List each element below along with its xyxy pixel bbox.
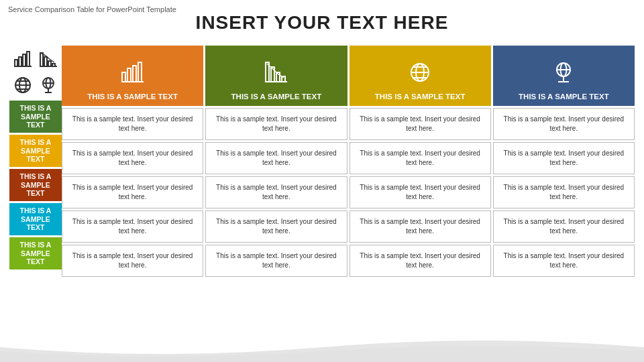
svg-rect-21: [127, 68, 131, 82]
col-header-1: THIS IS A SAMPLE TEXT: [62, 46, 203, 106]
cell-1-1: This is a sample text. Insert your desir…: [62, 108, 203, 140]
row-labels: THIS IS A SAMPLE TEXT THIS IS A SAMPLE T…: [9, 101, 62, 269]
col4-header-text: THIS IS A SAMPLE TEXT: [519, 93, 609, 102]
top-icons: [11, 46, 60, 97]
cell-3-2: This is a sample text. Insert your desir…: [205, 176, 347, 208]
data-row-1: This is a sample text. Insert your desir…: [62, 108, 635, 140]
svg-rect-3: [27, 52, 30, 66]
svg-rect-22: [133, 66, 136, 82]
cell-5-4: This is a sample text. Insert your desir…: [493, 245, 635, 277]
svg-rect-0: [15, 60, 17, 66]
col2-header-text: THIS IS A SAMPLE TEXT: [231, 93, 322, 102]
row-label-2: THIS IS A SAMPLE TEXT: [9, 135, 62, 167]
col3-header-text: THIS IS A SAMPLE TEXT: [375, 93, 466, 102]
svg-rect-23: [138, 62, 142, 82]
cell-1-2: This is a sample text. Insert your desir…: [205, 108, 347, 140]
row-label-5: THIS IS A SAMPLE TEXT: [9, 237, 62, 269]
cell-1-4: This is a sample text. Insert your desir…: [493, 108, 635, 140]
cell-4-3: This is a sample text. Insert your desir…: [350, 210, 491, 243]
content-area: THIS IS A SAMPLE TEXT THIS IS A SAMPLE T…: [0, 40, 644, 277]
bar-chart-fall-icon: [37, 48, 60, 71]
cell-3-3: This is a sample text. Insert your desir…: [350, 176, 491, 208]
col-header-3: THIS IS A SAMPLE TEXT: [350, 46, 491, 106]
cell-2-1: This is a sample text. Insert your desir…: [62, 142, 203, 174]
slide: Service Comparison Table for PowerPoint …: [0, 0, 644, 362]
data-row-2: This is a sample text. Insert your desir…: [62, 142, 635, 174]
svg-rect-7: [48, 61, 51, 66]
cell-4-4: This is a sample text. Insert your desir…: [493, 210, 635, 243]
col1-icon: [120, 60, 146, 88]
col1-header-text: THIS IS A SAMPLE TEXT: [87, 93, 178, 102]
data-rows: This is a sample text. Insert your desir…: [62, 108, 635, 277]
cell-2-2: This is a sample text. Insert your desir…: [205, 142, 347, 174]
table-area: THIS IS A SAMPLE TEXT THI: [62, 46, 635, 277]
icons-column: THIS IS A SAMPLE TEXT THIS IS A SAMPLE T…: [9, 46, 62, 277]
col-header-4: THIS IS A SAMPLE TEXT: [493, 46, 635, 106]
row-label-3: THIS IS A SAMPLE TEXT: [9, 169, 62, 201]
svg-rect-5: [40, 53, 43, 66]
cell-1-3: This is a sample text. Insert your desir…: [350, 108, 491, 140]
col2-icon: [264, 60, 289, 88]
bar-chart-icon: [11, 48, 34, 71]
cell-2-3: This is a sample text. Insert your desir…: [350, 142, 491, 174]
cell-2-4: This is a sample text. Insert your desir…: [493, 142, 635, 174]
data-row-5: This is a sample text. Insert your desir…: [62, 245, 635, 277]
svg-rect-20: [122, 72, 125, 82]
svg-rect-1: [19, 57, 21, 66]
cell-3-1: This is a sample text. Insert your desir…: [62, 176, 203, 208]
cell-5-3: This is a sample text. Insert your desir…: [350, 245, 491, 277]
col-header-2: THIS IS A SAMPLE TEXT: [205, 46, 347, 106]
globe-stand-icon: [37, 74, 60, 97]
row-label-1: THIS IS A SAMPLE TEXT: [9, 101, 62, 133]
cell-4-2: This is a sample text. Insert your desir…: [205, 210, 347, 243]
col4-icon: [551, 60, 576, 88]
col3-icon: [407, 60, 433, 88]
svg-rect-6: [44, 57, 47, 66]
col-headers: THIS IS A SAMPLE TEXT THI: [62, 46, 635, 106]
watermark-text: Service Comparison Table for PowerPoint …: [8, 5, 176, 13]
cell-5-1: This is a sample text. Insert your desir…: [62, 245, 203, 277]
wave-decoration: [0, 341, 644, 362]
globe-icon: [11, 74, 34, 97]
svg-rect-2: [23, 54, 25, 66]
data-row-4: This is a sample text. Insert your desir…: [62, 210, 635, 243]
cell-4-1: This is a sample text. Insert your desir…: [62, 210, 203, 243]
cell-5-2: This is a sample text. Insert your desir…: [205, 245, 347, 277]
cell-3-4: This is a sample text. Insert your desir…: [493, 176, 635, 208]
data-row-3: This is a sample text. Insert your desir…: [62, 176, 635, 208]
row-label-4: THIS IS A SAMPLE TEXT: [9, 203, 62, 235]
